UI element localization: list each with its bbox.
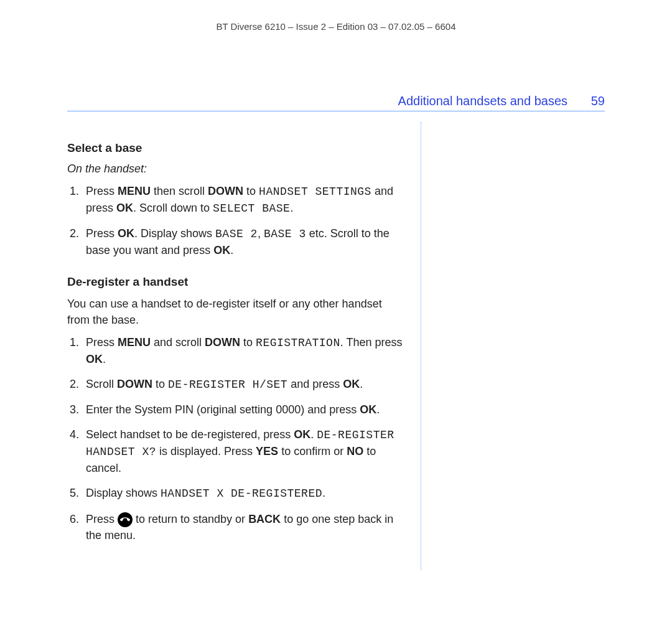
list-item: Enter the System PIN (original setting 0… xyxy=(82,401,403,418)
list-item: Press MENU and scroll DOWN to REGISTRATI… xyxy=(82,334,403,367)
key-ok: OK xyxy=(294,428,310,441)
section-header: Additional handsets and bases 59 xyxy=(67,92,605,111)
list-item: Display shows HANDSET X DE-REGISTERED. xyxy=(82,485,403,502)
list-item: Press MENU then scroll DOWN to HANDSET S… xyxy=(82,183,403,217)
display-text: DE-REGISTER H/SET xyxy=(168,378,287,391)
list-item: Scroll DOWN to DE-REGISTER H/SET and pre… xyxy=(82,376,403,393)
select-base-steps: Press MENU then scroll DOWN to HANDSET S… xyxy=(67,183,403,258)
display-text: HANDSET SETTINGS xyxy=(259,185,371,198)
list-item: Select handset to be de-registered, pres… xyxy=(82,426,403,476)
deregister-intro: You can use a handset to de-register its… xyxy=(67,296,403,328)
key-down: DOWN xyxy=(205,336,240,349)
display-text: HANDSET X DE-REGISTERED xyxy=(161,487,322,500)
key-menu: MENU xyxy=(118,185,151,197)
document-header: BT Diverse 6210 – Issue 2 – Edition 03 –… xyxy=(0,20,672,34)
display-text: BASE 2 xyxy=(215,228,258,240)
topic-deregister: De-register a handset xyxy=(67,273,403,291)
display-text: REGISTRATION xyxy=(256,337,340,349)
display-text: BASE 3 xyxy=(264,228,306,240)
key-back: BACK xyxy=(248,513,281,525)
list-item: Press to return to standby or BACK to go… xyxy=(82,511,403,543)
key-no: NO xyxy=(347,445,363,457)
key-down: DOWN xyxy=(117,378,152,390)
display-text: SELECT BASE xyxy=(213,202,290,215)
key-ok: OK xyxy=(360,403,376,416)
deregister-steps: Press MENU and scroll DOWN to REGISTRATI… xyxy=(67,334,403,543)
right-column xyxy=(439,122,605,613)
topic-select-base: Select a base xyxy=(67,139,403,157)
manual-page: { "header": { "doc_line": "BT Diverse 62… xyxy=(0,0,672,638)
key-yes: YES xyxy=(256,445,278,457)
key-ok: OK xyxy=(343,378,360,390)
hang-up-icon xyxy=(118,512,133,527)
key-menu: MENU xyxy=(118,336,151,349)
page-number: 59 xyxy=(591,92,605,110)
column-divider xyxy=(421,122,421,570)
key-ok: OK xyxy=(116,202,133,214)
section-title: Additional handsets and bases xyxy=(398,92,567,110)
left-column: Select a base On the handset: Press MENU… xyxy=(67,122,421,613)
key-ok: OK xyxy=(118,227,134,240)
subhead-on-handset: On the handset: xyxy=(67,161,403,177)
key-down: DOWN xyxy=(208,185,243,197)
key-ok: OK xyxy=(86,353,103,365)
list-item: Press OK. Display shows BASE 2, BASE 3 e… xyxy=(82,225,403,258)
key-ok: OK xyxy=(213,244,230,256)
